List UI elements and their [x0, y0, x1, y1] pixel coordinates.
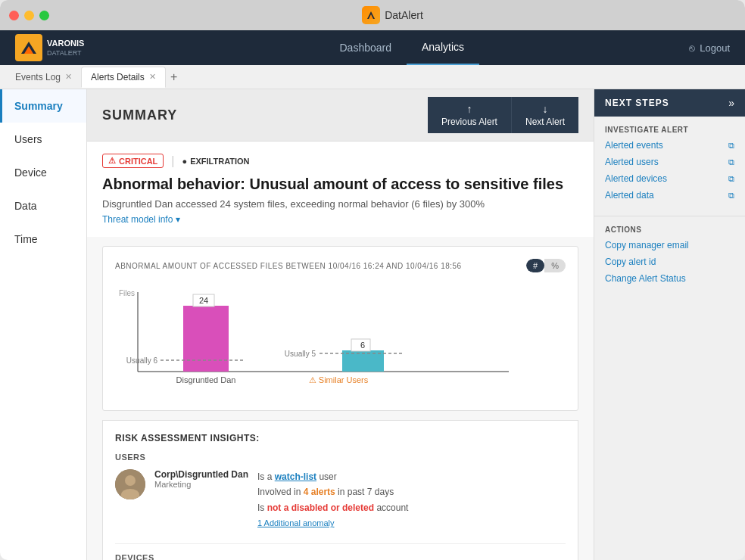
- alerted-devices-link[interactable]: Alerted devices ⧉: [605, 173, 734, 184]
- tab-events-log-label: Events Log: [15, 72, 61, 82]
- badge-separator: |: [171, 154, 174, 168]
- insight-account: Is not a disabled or deleted account: [257, 500, 408, 515]
- circle-icon: ●: [182, 157, 187, 166]
- minimize-button[interactable]: [24, 11, 34, 20]
- brand-text: VARONIS DATALERT: [47, 39, 84, 56]
- devices-subsection-title: DEVICES: [115, 553, 566, 560]
- external-link-icon-3: ⧉: [728, 191, 734, 201]
- logout-icon: ⎋: [689, 42, 695, 54]
- top-nav: VARONIS DATALERT Dashboard Analytics ⎋ L…: [0, 30, 745, 65]
- chart-title: ABNORMAL AMOUNT OF ACCESSED FILES BETWEE…: [115, 262, 462, 270]
- tab-add-button[interactable]: +: [166, 69, 182, 86]
- exfiltration-badge: ● EXFILTRATION: [182, 157, 249, 166]
- tab-events-log[interactable]: Events Log ✕: [6, 67, 81, 88]
- tab-alerts-details-label: Alerts Details: [91, 72, 145, 82]
- right-panel-header: NEXT STEPS »: [594, 89, 745, 117]
- down-arrow-icon: ↓: [542, 103, 547, 115]
- threat-model-link[interactable]: Threat model info ▾: [102, 214, 578, 225]
- sidebar-item-device[interactable]: Device: [0, 156, 86, 189]
- next-alert-button[interactable]: ↓ Next Alert: [512, 97, 578, 133]
- user-avatar: [115, 469, 145, 499]
- alert-badges: ⚠ CRITICAL | ● EXFILTRATION: [102, 154, 578, 168]
- users-subsection-title: USERS: [115, 453, 566, 462]
- nav-analytics[interactable]: Analytics: [407, 30, 479, 65]
- nav-dashboard[interactable]: Dashboard: [325, 30, 407, 65]
- external-link-icon-0: ⧉: [728, 141, 734, 151]
- alert-count: 4 alerts: [304, 487, 335, 497]
- previous-alert-label: Previous Alert: [441, 117, 497, 127]
- svg-text:Usually 5: Usually 5: [285, 350, 316, 358]
- change-alert-status-link[interactable]: Change Alert Status: [605, 273, 734, 284]
- svg-text:24: 24: [199, 296, 208, 305]
- window-title: DatAlert: [49, 6, 736, 24]
- chart-toggle: # %: [526, 259, 566, 272]
- next-steps-title: NEXT STEPS: [605, 98, 669, 108]
- insight-alerts: Involved in 4 alerts in past 7 days: [257, 484, 408, 499]
- previous-alert-button[interactable]: ↑ Previous Alert: [428, 97, 512, 133]
- external-link-icon-1: ⧉: [728, 157, 734, 167]
- svg-text:6: 6: [360, 341, 365, 350]
- alerted-events-link[interactable]: Alerted events ⧉: [605, 140, 734, 151]
- svg-text:Usually 6: Usually 6: [126, 356, 158, 365]
- toggle-percent-button[interactable]: %: [544, 259, 566, 272]
- chevron-down-icon: ▾: [176, 214, 180, 225]
- warning-icon: ⚠: [108, 156, 116, 166]
- sidebar-item-time[interactable]: Time: [0, 222, 86, 256]
- tab-alerts-details[interactable]: Alerts Details ✕: [81, 67, 166, 88]
- maximize-button[interactable]: [39, 11, 49, 20]
- alert-title: Abnormal behavior: Unusual amount of acc…: [102, 174, 578, 194]
- brand: VARONIS DATALERT: [15, 34, 84, 61]
- up-arrow-icon: ↑: [466, 103, 472, 115]
- copy-manager-email-link[interactable]: Copy manager email: [605, 240, 734, 250]
- chart-svg: Files 24 Usually 6: [115, 285, 531, 398]
- investigate-title: INVESTIGATE ALERT: [605, 126, 734, 134]
- app-title: DatAlert: [385, 9, 423, 21]
- actions-title: ACTIONS: [605, 226, 734, 234]
- tab-alerts-details-close[interactable]: ✕: [149, 72, 156, 82]
- additional-anomaly-link[interactable]: 1 Additional anomaly: [257, 518, 335, 527]
- expand-icon[interactable]: »: [728, 97, 734, 109]
- alert-content: ⚠ CRITICAL | ● EXFILTRATION Abnormal beh…: [87, 142, 594, 237]
- actions-section: ACTIONS Copy manager email Copy alert id…: [594, 216, 745, 299]
- chart-header: ABNORMAL AMOUNT OF ACCESSED FILES BETWEE…: [115, 259, 566, 272]
- critical-badge: ⚠ CRITICAL: [102, 154, 164, 168]
- brand-logo: [15, 34, 42, 61]
- traffic-lights: [9, 11, 49, 20]
- logout-label: Logout: [700, 42, 730, 54]
- svg-text:Disgruntled Dan: Disgruntled Dan: [176, 375, 236, 384]
- account-status: not a disabled or deleted: [267, 502, 374, 513]
- svg-point-21: [125, 475, 136, 486]
- nav-items: Dashboard Analytics: [114, 30, 689, 65]
- watchlist-link[interactable]: watch-list: [275, 471, 316, 482]
- tab-events-log-close[interactable]: ✕: [65, 72, 72, 82]
- nav-buttons: ↑ Previous Alert ↓ Next Alert: [428, 97, 578, 133]
- external-link-icon-2: ⧉: [728, 174, 734, 184]
- chart-container: ABNORMAL AMOUNT OF ACCESSED FILES BETWEE…: [102, 246, 578, 411]
- brand-name-line2: DATALERT: [47, 49, 84, 57]
- main-layout: Summary Users Device Data Time SUMMARY ↑…: [0, 89, 745, 560]
- section-title: SUMMARY: [102, 107, 177, 123]
- sidebar-item-users[interactable]: Users: [0, 123, 86, 156]
- section-header: SUMMARY ↑ Previous Alert ↓ Next Alert: [87, 89, 594, 142]
- alerted-data-link[interactable]: Alerted data ⧉: [605, 190, 734, 201]
- insight-watchlist: Is a watch-list user: [257, 469, 408, 484]
- content-area: SUMMARY ↑ Previous Alert ↓ Next Alert: [87, 89, 594, 560]
- tabs-bar: Events Log ✕ Alerts Details ✕ +: [0, 65, 745, 89]
- svg-text:Files: Files: [119, 289, 135, 297]
- svg-text:⚠ Similar Users: ⚠ Similar Users: [309, 375, 369, 384]
- toggle-hash-button[interactable]: #: [526, 259, 544, 272]
- close-button[interactable]: [9, 11, 19, 20]
- user-insights: Is a watch-list user Involved in 4 alert…: [257, 469, 408, 531]
- sidebar-item-data[interactable]: Data: [0, 189, 86, 222]
- sidebar-item-summary[interactable]: Summary: [0, 89, 86, 123]
- logout-button[interactable]: ⎋ Logout: [689, 42, 730, 54]
- risk-assessment-section: RISK ASSESSMENT INSIGHTS: USERS Corp\Dis…: [102, 420, 578, 560]
- user-row: Corp\Disgruntled Dan Marketing Is a watc…: [115, 469, 566, 544]
- user-dept: Marketing: [154, 480, 248, 489]
- investigate-section: INVESTIGATE ALERT Alerted events ⧉ Alert…: [594, 117, 745, 216]
- window-chrome: DatAlert: [0, 0, 745, 30]
- copy-alert-id-link[interactable]: Copy alert id: [605, 257, 734, 267]
- right-panel: NEXT STEPS » INVESTIGATE ALERT Alerted e…: [594, 89, 745, 560]
- next-alert-label: Next Alert: [525, 117, 565, 127]
- alerted-users-link[interactable]: Alerted users ⧉: [605, 157, 734, 167]
